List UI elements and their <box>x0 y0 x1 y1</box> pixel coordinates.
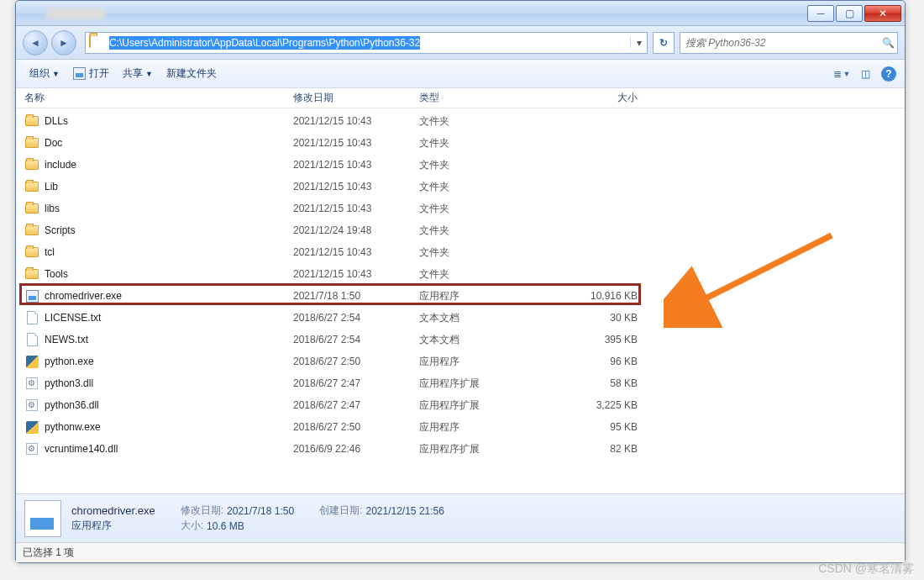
file-type: 文件夹 <box>419 267 537 282</box>
file-name: python3.dll <box>45 377 293 389</box>
file-date: 2018/6/27 2:54 <box>293 312 419 324</box>
title-blur <box>46 8 105 19</box>
file-row[interactable]: Doc2021/12/15 10:43文件夹 <box>16 132 905 154</box>
file-date: 2021/12/15 10:43 <box>293 181 419 192</box>
file-row[interactable]: libs2021/12/15 10:43文件夹 <box>16 198 905 219</box>
file-type: 文件夹 <box>419 245 537 260</box>
file-name: include <box>45 159 293 171</box>
file-name: Doc <box>45 137 293 149</box>
file-row[interactable]: include2021/12/15 10:43文件夹 <box>16 154 905 176</box>
file-name: DLLs <box>45 115 293 127</box>
details-mod-label: 修改日期: <box>181 504 223 518</box>
close-button[interactable]: ✕ <box>864 5 901 22</box>
search-box[interactable]: 🔍 <box>680 32 898 54</box>
maximize-button[interactable]: ▢ <box>836 5 863 22</box>
help-button[interactable]: ? <box>879 65 898 83</box>
file-name: Tools <box>45 268 293 280</box>
file-size: 395 KB <box>537 334 638 345</box>
details-size-label: 大小: <box>181 519 203 533</box>
preview-pane-button[interactable]: ◫ <box>856 65 874 83</box>
file-type: 文件夹 <box>419 180 537 194</box>
folder-icon <box>24 113 39 129</box>
file-row[interactable]: DLLs2021/12/15 10:43文件夹 <box>16 110 905 132</box>
details-size-value: 10.6 MB <box>207 520 244 532</box>
file-size: 95 KB <box>537 421 638 433</box>
file-date: 2018/6/27 2:50 <box>293 421 419 433</box>
file-size: 82 KB <box>537 443 638 455</box>
file-row[interactable]: NEWS.txt2018/6/27 2:54文本文档395 KB <box>16 329 905 351</box>
txt-icon <box>24 332 39 347</box>
details-filename: chromedriver.exe <box>71 504 155 517</box>
open-button[interactable]: 打开 <box>66 63 116 85</box>
window-icon <box>23 4 41 23</box>
address-dropdown[interactable]: ▾ <box>630 37 647 49</box>
file-type: 文件夹 <box>419 202 537 216</box>
file-date: 2021/7/18 1:50 <box>293 290 419 302</box>
address-bar[interactable]: C:\Users\Administrator\AppData\Local\Pro… <box>85 32 648 54</box>
file-size: 10,916 KB <box>537 290 638 302</box>
status-bar: 已选择 1 项 <box>16 542 905 562</box>
file-row[interactable]: python.exe2018/6/27 2:50应用程序96 KB <box>16 351 905 372</box>
file-type: 文本文档 <box>419 311 537 325</box>
open-icon <box>73 67 86 80</box>
folder-icon <box>24 266 39 282</box>
newfolder-button[interactable]: 新建文件夹 <box>160 63 223 85</box>
folder-icon <box>89 35 104 50</box>
file-row[interactable]: LICENSE.txt2018/6/27 2:54文本文档30 KB <box>16 307 905 329</box>
file-date: 2018/6/27 2:47 <box>293 399 419 411</box>
col-size[interactable]: 大小 <box>537 91 638 105</box>
refresh-button[interactable]: ↻ <box>653 32 675 54</box>
file-row[interactable]: chromedriver.exe2021/7/18 1:50应用程序10,916… <box>16 285 905 307</box>
file-type: 应用程序扩展 <box>419 398 537 413</box>
file-row[interactable]: python36.dll2018/6/27 2:47应用程序扩展3,225 KB <box>16 394 905 416</box>
file-name: NEWS.txt <box>45 334 293 345</box>
file-size: 30 KB <box>537 312 638 324</box>
file-date: 2021/12/15 10:43 <box>293 268 419 280</box>
file-type: 文件夹 <box>419 224 537 238</box>
file-name: chromedriver.exe <box>45 290 293 302</box>
search-input[interactable] <box>680 37 879 49</box>
col-name[interactable]: 名称 <box>24 91 293 105</box>
file-row[interactable]: vcruntime140.dll2016/6/9 22:46应用程序扩展82 K… <box>16 438 905 460</box>
py-icon <box>24 354 39 369</box>
watermark: CSDN @寒茗清雾 <box>818 562 914 577</box>
file-row[interactable]: tcl2021/12/15 10:43文件夹 <box>16 241 905 263</box>
file-name: python.exe <box>45 356 293 367</box>
back-button[interactable]: ◄ <box>23 30 48 55</box>
view-button[interactable]: ≣ ▼ <box>832 65 851 83</box>
details-pane: chromedriver.exe 应用程序 修改日期:2021/7/18 1:5… <box>16 493 905 542</box>
folder-icon <box>24 179 39 194</box>
organize-button[interactable]: 组织▼ <box>23 63 66 85</box>
col-type[interactable]: 类型 <box>419 91 537 105</box>
dll-icon <box>24 376 39 391</box>
search-icon[interactable]: 🔍 <box>879 37 897 49</box>
file-type: 文件夹 <box>419 136 537 150</box>
details-filetype: 应用程序 <box>71 519 112 533</box>
share-button[interactable]: 共享▼ <box>116 63 160 85</box>
file-name: Lib <box>45 181 293 192</box>
file-type: 文件夹 <box>419 158 537 172</box>
column-headers: 名称 修改日期 类型 大小 <box>16 88 905 108</box>
folder-icon <box>24 135 39 150</box>
file-size: 58 KB <box>537 377 638 389</box>
details-create-value: 2021/12/15 21:56 <box>365 505 444 517</box>
file-name: pythonw.exe <box>45 421 293 433</box>
file-row[interactable]: Lib2021/12/15 10:43文件夹 <box>16 176 905 198</box>
file-date: 2021/12/24 19:48 <box>293 224 419 236</box>
details-create-label: 创建日期: <box>319 504 362 518</box>
file-date: 2016/6/9 22:46 <box>293 443 419 455</box>
file-row[interactable]: python3.dll2018/6/27 2:47应用程序扩展58 KB <box>16 372 905 394</box>
exe-icon <box>24 288 39 303</box>
file-size: 3,225 KB <box>537 399 638 411</box>
minimize-button[interactable]: ─ <box>807 5 834 22</box>
col-date[interactable]: 修改日期 <box>293 91 419 105</box>
file-row[interactable]: pythonw.exe2018/6/27 2:50应用程序95 KB <box>16 416 905 438</box>
file-date: 2021/12/15 10:43 <box>293 115 419 127</box>
status-text: 已选择 1 项 <box>23 546 74 560</box>
address-path: C:\Users\Administrator\AppData\Local\Pro… <box>108 37 630 49</box>
file-row[interactable]: Tools2021/12/15 10:43文件夹 <box>16 263 905 285</box>
file-date: 2021/12/15 10:43 <box>293 159 419 171</box>
details-icon <box>24 500 61 537</box>
file-row[interactable]: Scripts2021/12/24 19:48文件夹 <box>16 219 905 241</box>
forward-button[interactable]: ► <box>51 30 76 55</box>
